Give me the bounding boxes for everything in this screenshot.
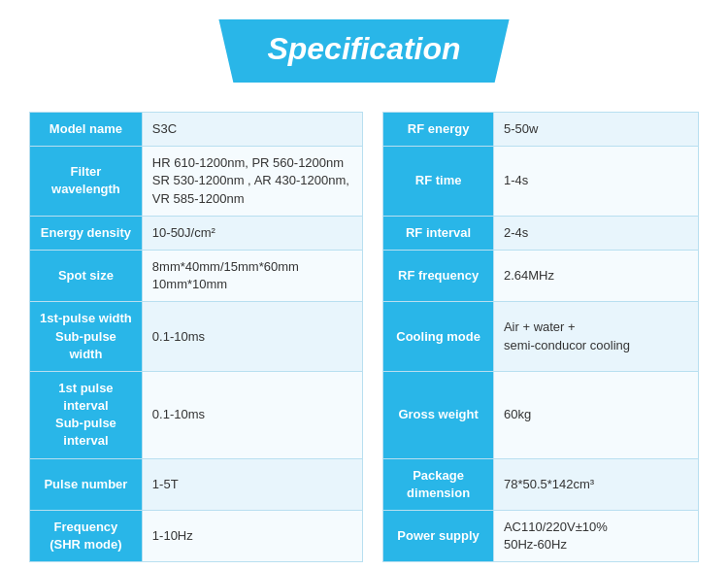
right-value-7: AC110/220V±10% 50Hz-60Hz (493, 511, 698, 562)
left-value-1: HR 610-1200nm, PR 560-1200nm SR 530-1200… (142, 147, 362, 217)
right-value-4: Air + water + semi-conducor cooling (493, 302, 698, 372)
left-value-5: 0.1-10ms (142, 371, 362, 458)
page-title: Specification (218, 19, 509, 83)
right-label-3: RF frequency (383, 250, 494, 301)
right-value-2: 2-4s (493, 216, 698, 250)
left-label-1: Filter wavelength (30, 147, 143, 217)
spacer-2 (363, 216, 383, 250)
spacer-4 (363, 302, 383, 372)
spacer-3 (363, 250, 383, 301)
right-label-5: Gross weight (383, 371, 494, 458)
specification-table: Model nameS3CRF energy5-50wFilter wavele… (29, 112, 699, 562)
right-label-1: RF time (383, 147, 494, 217)
left-value-7: 1-10Hz (142, 511, 362, 562)
left-label-7: Frequency (SHR mode) (30, 511, 143, 562)
title-section: Specification (29, 19, 699, 83)
right-value-6: 78*50.5*142cm³ (493, 458, 698, 510)
right-value-1: 1-4s (493, 147, 698, 217)
left-label-2: Energy density (30, 216, 143, 250)
right-value-0: 5-50w (493, 113, 698, 147)
spacer-5 (363, 371, 383, 458)
left-value-4: 0.1-10ms (142, 302, 362, 372)
left-label-4: 1st-pulse width Sub-pulse width (30, 302, 143, 372)
spacer-0 (363, 113, 383, 147)
spacer-7 (363, 511, 383, 562)
left-label-0: Model name (30, 113, 143, 147)
spacer-1 (363, 147, 383, 217)
left-value-3: 8mm*40mm/15mm*60mm 10mm*10mm (142, 250, 362, 301)
left-label-5: 1st pulse interval Sub-pulse interval (30, 371, 143, 458)
left-label-3: Spot size (30, 250, 143, 301)
left-value-6: 1-5T (142, 458, 362, 510)
right-label-4: Cooling mode (383, 302, 494, 372)
spacer-6 (363, 458, 383, 510)
right-label-0: RF energy (383, 113, 494, 147)
right-value-3: 2.64MHz (493, 250, 698, 301)
right-label-7: Power supply (383, 511, 494, 562)
right-label-2: RF interval (383, 216, 494, 250)
right-label-6: Package dimension (383, 458, 494, 510)
left-value-0: S3C (142, 113, 362, 147)
left-label-6: Pulse number (30, 458, 143, 510)
right-value-5: 60kg (493, 371, 698, 458)
left-value-2: 10-50J/cm² (142, 216, 362, 250)
